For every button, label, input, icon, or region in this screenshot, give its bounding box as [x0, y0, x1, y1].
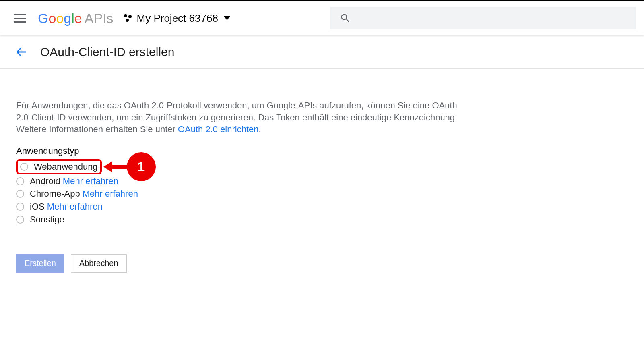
svg-point-1 [128, 15, 132, 18]
search-bar[interactable] [330, 7, 636, 29]
project-selector[interactable]: My Project 63768 [137, 12, 230, 25]
radio-icon[interactable] [16, 216, 24, 224]
chevron-down-icon [224, 16, 230, 20]
search-icon [340, 12, 351, 24]
cancel-button[interactable]: Abbrechen [71, 254, 127, 273]
option-android[interactable]: Android Mehr erfahren [16, 175, 459, 188]
create-button[interactable]: Erstellen [16, 254, 64, 273]
menu-icon[interactable] [14, 12, 26, 24]
callout-annotation: 1 [103, 152, 156, 181]
application-type-label: Anwendungstyp [16, 146, 459, 156]
option-web[interactable]: Webanwendung 1 [16, 159, 459, 175]
project-icon [123, 13, 133, 23]
page-title: OAuth-Client-ID erstellen [40, 45, 174, 59]
button-row: Erstellen Abbrechen [16, 254, 459, 273]
arrow-left-icon [14, 45, 28, 59]
radio-icon[interactable] [16, 177, 24, 185]
option-ios[interactable]: iOS Mehr erfahren [16, 200, 459, 213]
application-type-options: Webanwendung 1 Android Mehr erfahren Chr… [16, 159, 459, 226]
learn-more-link[interactable]: Mehr erfahren [83, 188, 138, 200]
callout-number: 1 [127, 152, 156, 181]
google-apis-logo[interactable]: Google APIs [38, 10, 114, 26]
option-label: Webanwendung [34, 161, 98, 173]
highlight-annotation: Webanwendung 1 [16, 159, 102, 174]
learn-more-link[interactable]: Mehr erfahren [47, 201, 103, 213]
description: Für Anwendungen, die das OAuth 2.0-Proto… [16, 100, 459, 135]
option-label: Sonstige [30, 214, 64, 226]
top-bar: Google APIs My Project 63768 [0, 1, 644, 35]
oauth-setup-link[interactable]: OAuth 2.0 einrichten [178, 124, 259, 134]
option-label: iOS [30, 201, 45, 213]
radio-icon[interactable] [16, 203, 24, 211]
back-button[interactable] [14, 45, 28, 59]
title-bar: OAuth-Client-ID erstellen [0, 35, 644, 69]
option-chrome[interactable]: Chrome-App Mehr erfahren [16, 187, 459, 200]
project-name: My Project 63768 [137, 12, 218, 25]
option-label: Chrome-App [30, 188, 80, 200]
svg-point-2 [126, 19, 129, 22]
option-label: Android [30, 175, 60, 187]
description-post: . [259, 124, 261, 134]
content: Für Anwendungen, die das OAuth 2.0-Proto… [0, 69, 475, 289]
radio-icon[interactable] [16, 190, 24, 198]
svg-point-0 [124, 14, 127, 17]
radio-icon[interactable] [20, 163, 28, 171]
option-other[interactable]: Sonstige [16, 213, 459, 226]
